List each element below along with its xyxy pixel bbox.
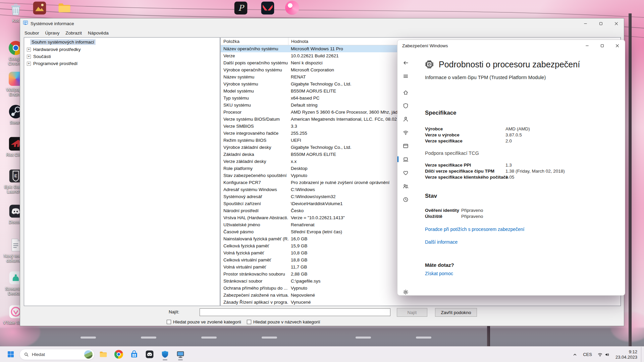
table-row[interactable]: Zásady Řízení aplikací v progra...Vynuce…	[221, 299, 621, 306]
app-browser-control-icon[interactable]	[399, 140, 412, 151]
tree-item-label: Hardwarové prostředky	[33, 47, 81, 52]
get-help-link[interactable]: Získat pomoc	[425, 271, 453, 276]
recycle-bin-icon	[8, 2, 23, 17]
desktop-icon-folder[interactable]	[57, 1, 72, 16]
menu-napoveda[interactable]: Nápověda	[85, 29, 112, 37]
taskbar-search[interactable]: Hledat	[19, 349, 95, 360]
minimize-button[interactable]	[578, 18, 593, 28]
windows-security-icon	[161, 350, 169, 359]
info-label: Verze u výrobce	[425, 132, 460, 137]
tree-item[interactable]: +Programové prostředí	[24, 60, 220, 67]
clock[interactable]: 9:12 23.04.2023	[612, 349, 640, 360]
svg-text:E: E	[14, 173, 17, 178]
tree-root-summary[interactable]: Souhrn systémových informací	[30, 39, 96, 45]
settings-icon[interactable]	[399, 287, 412, 296]
cell-polozka: Role platformy	[221, 165, 288, 172]
search-label: Hledat	[32, 352, 81, 357]
taskbar-app-microsoft-store[interactable]	[127, 348, 141, 361]
protection-history-icon[interactable]	[399, 194, 412, 205]
tree-item[interactable]: +Hardwarové prostředky	[24, 46, 220, 53]
utility-pole	[629, 13, 632, 346]
tree-item[interactable]: +Součásti	[24, 53, 220, 60]
menu-zobrazit[interactable]: Zobrazit	[62, 29, 85, 37]
firewall-network-icon[interactable]	[399, 127, 412, 138]
tray-overflow-button[interactable]	[570, 348, 580, 361]
close-find-pane-button[interactable]: Zavřít podokno	[435, 308, 477, 317]
taskbar-app-chrome[interactable]	[112, 348, 125, 361]
column-header-polozka[interactable]: Položka	[221, 38, 288, 45]
account-protection-icon[interactable]	[399, 114, 412, 124]
cell-polozka: SKU systému	[221, 102, 288, 109]
taskbar-app-system-information[interactable]	[174, 348, 187, 361]
cell-polozka: Model systému	[221, 87, 288, 95]
language-indicator[interactable]: CES	[580, 348, 595, 361]
maximize-button[interactable]	[593, 18, 608, 28]
menu-upravy[interactable]: Úpravy	[42, 29, 63, 37]
info-label: Verze specifikace PPI	[425, 163, 471, 168]
back-icon[interactable]	[399, 57, 412, 68]
troubleshoot-link[interactable]: Poradce při potížích s procesorem zabezp…	[425, 227, 525, 232]
cell-polozka: Výrobce základní desky	[221, 144, 288, 151]
security-window-title: Zabezpečení Windows	[402, 43, 448, 48]
maximize-button[interactable]	[595, 40, 610, 52]
virus-threat-protection-icon[interactable]	[399, 100, 412, 111]
device-security-icon[interactable]	[399, 154, 412, 165]
taskbar-app-file-explorer[interactable]	[97, 348, 110, 361]
start-button[interactable]	[4, 348, 17, 361]
device-performance-icon[interactable]	[399, 167, 412, 178]
taskbar-app-discord[interactable]	[143, 348, 156, 361]
taskbar-app-windows-security[interactable]	[158, 348, 172, 361]
checkbox-selected-category[interactable]	[167, 320, 171, 324]
cell-polozka: Konfigurace PCR7	[221, 179, 288, 186]
close-button[interactable]	[608, 18, 624, 28]
show-desktop-button[interactable]	[641, 347, 643, 362]
selected-indicator	[397, 156, 398, 162]
desktop-icon-pink-app[interactable]	[285, 1, 301, 16]
desktop-icon-picture-app[interactable]	[32, 1, 48, 16]
cell-polozka: Typ systému	[221, 95, 288, 102]
lane-marking	[141, 337, 156, 339]
expand-icon[interactable]: +	[27, 62, 31, 66]
taskbar-apps	[97, 348, 187, 361]
cell-polozka: Prostor stránkovacího souboru	[221, 270, 288, 278]
info-value: 3.87.0.5	[505, 132, 522, 137]
menu-icon[interactable]	[399, 71, 412, 81]
cell-polozka: Název systému	[221, 73, 288, 80]
improve-links[interactable]: Pomoct s vylepšováním Zabezpečení Window…	[425, 294, 482, 296]
security-titlebar[interactable]: Zabezpečení Windows	[397, 40, 625, 52]
info-label: Výrobce	[425, 126, 443, 131]
checkbox-category-names[interactable]	[247, 320, 251, 324]
menu-soubor[interactable]: Soubor	[21, 29, 42, 37]
lane-marking	[201, 337, 217, 339]
home-icon[interactable]	[399, 87, 412, 98]
family-options-icon[interactable]	[399, 181, 412, 191]
spec-rows: VýrobceAMD (AMD)Verze u výrobce3.87.0.5V…	[425, 126, 619, 144]
question-heading: Máte dotaz?	[425, 262, 454, 268]
desktop-icon-valorant[interactable]	[260, 1, 276, 16]
find-input[interactable]	[200, 308, 390, 316]
find-label: Najít:	[169, 309, 179, 314]
close-button[interactable]	[610, 40, 625, 52]
find-button[interactable]: Najít	[397, 308, 427, 317]
desktop-icon-dark-p-app[interactable]: P	[233, 1, 249, 16]
cell-polozka: Režim systému BIOS	[221, 137, 288, 144]
cell-polozka: Stav zabezpečeného spouštění	[221, 172, 288, 179]
titlebar[interactable]: Systémové informace	[20, 18, 624, 28]
desktop-icon-label: Koš	[12, 18, 19, 23]
checkbox-category-names-label: Hledat pouze v názvech kategorií	[253, 319, 320, 324]
cell-polozka: Verze integrovaného řadiče	[221, 130, 288, 137]
search-daily-image[interactable]	[84, 350, 93, 359]
tray-status-icons[interactable]	[595, 348, 612, 361]
cell-polozka: Celková virtuální paměť	[221, 256, 288, 263]
expand-icon[interactable]: +	[27, 55, 31, 59]
cell-polozka: Zabezpečení založené na virtua...	[221, 292, 288, 299]
more-info-link[interactable]: Další informace	[425, 239, 458, 245]
info-label: Ověření identity	[425, 208, 459, 213]
expand-icon[interactable]: +	[27, 48, 31, 52]
windows-security-window: Zabezpečení Windows Podrobnosti o proces…	[397, 40, 625, 296]
tree-item-label: Součásti	[33, 54, 51, 59]
security-rail	[397, 52, 414, 296]
cell-polozka: Celková fyzická paměť	[221, 242, 288, 249]
minimize-button[interactable]	[580, 40, 595, 52]
microsoft-store-icon	[130, 350, 139, 359]
